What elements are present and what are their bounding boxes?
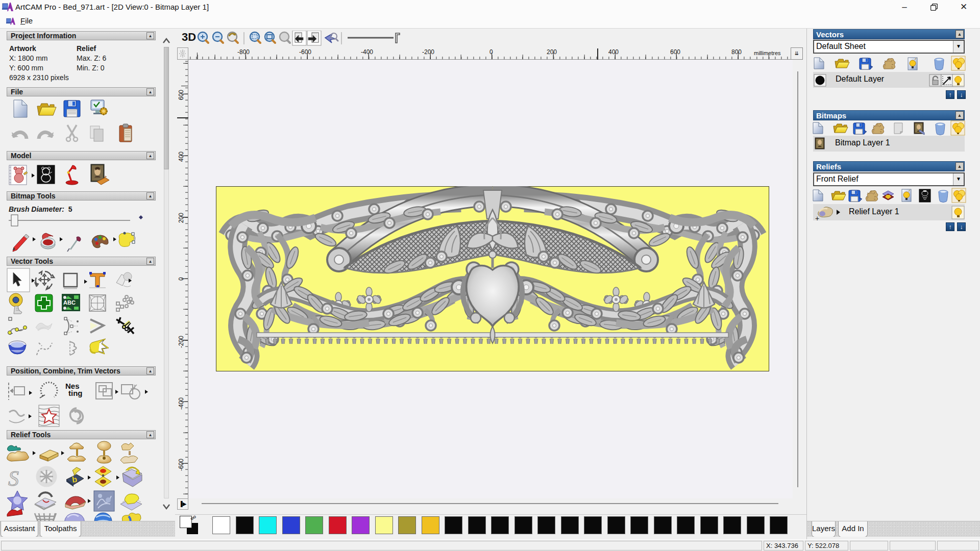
svg-text:ABC: ABC [63,299,76,306]
svg-text:ting: ting [68,389,83,397]
svg-text:S: S [8,467,19,490]
svg-text:+: + [815,214,819,222]
